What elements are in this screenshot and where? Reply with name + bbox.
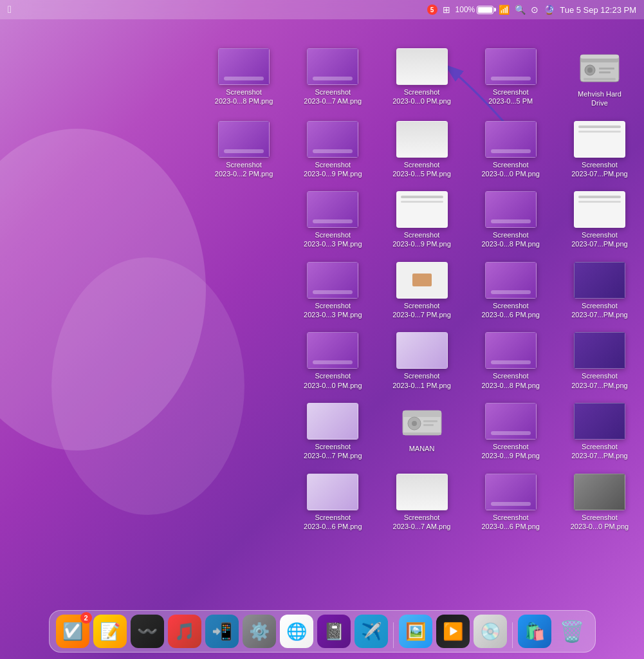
list-item[interactable]: Screenshot2023-0...9 PM.png — [466, 398, 555, 466]
music-icon: 🎵 — [174, 622, 195, 642]
list-item[interactable]: Screenshot2023-0...3 PM.png — [288, 257, 377, 325]
harddrive-thumbnail — [574, 48, 625, 89]
battery-indicator: 100% — [455, 5, 494, 14]
dock-app-chrome[interactable]: 🌐 — [280, 615, 313, 648]
screenshot-thumbnail — [574, 403, 625, 440]
list-item[interactable]: Screenshot2023-0...3 PM.png — [288, 186, 377, 254]
list-item[interactable]: Screenshot2023-0...0 PM.png — [288, 327, 377, 395]
dock-app-notes[interactable]: 📝 — [93, 615, 127, 648]
svg-rect-15 — [403, 432, 441, 435]
dock-app-preview[interactable]: 🖼️ — [399, 615, 432, 648]
svg-rect-3 — [580, 55, 619, 59]
screenshot-thumbnail — [396, 48, 448, 85]
list-item[interactable]: Screenshot2023-0...9 PM.png — [288, 116, 377, 184]
icon-row-3: Screenshot2023-0...3 PM.png Screenshot20… — [199, 185, 644, 255]
file-icon-label: Screenshot2023-0...8 PM.png — [215, 88, 273, 106]
list-item[interactable]: Screenshot2023-0...2 PM.png — [199, 116, 288, 184]
file-icon-label: Screenshot2023-0...7 AM.png — [393, 513, 451, 532]
list-item[interactable]: Screenshot2023-0...8 PM.png — [466, 186, 555, 254]
dock-separator-2 — [512, 622, 513, 648]
list-item[interactable]: Screenshot2023-0...7 AM.png — [377, 469, 466, 537]
screenshot-thumbnail — [485, 474, 537, 510]
list-item[interactable]: Screenshot2023-07...PM.png — [555, 398, 644, 466]
list-item[interactable]: Screenshot2023-0...7 AM.png — [288, 43, 377, 113]
dock-app-telegram[interactable]: ✈️ — [354, 615, 388, 648]
screenshot-thumbnail — [574, 191, 625, 228]
list-item[interactable]: Screenshot2023-07...PM.png — [555, 257, 644, 325]
dock-app-reminders[interactable]: ☑️ 2 — [56, 615, 89, 648]
dock-app-disk-utility[interactable]: 💿 — [474, 615, 507, 648]
screenshot-thumbnail — [485, 121, 537, 158]
dock-app-settings[interactable]: ⚙️ — [243, 615, 276, 648]
dock-app-infuse[interactable]: ▶️ — [436, 615, 470, 648]
list-item[interactable]: Screenshot2023-0...9 PM.png — [377, 186, 466, 254]
list-item[interactable]: Screenshot2023-0...1 PM.png — [377, 327, 466, 395]
screenshot-thumbnail — [396, 332, 448, 369]
dock-separator — [393, 622, 394, 648]
notes-icon: 📝 — [100, 622, 120, 642]
dock-app-music[interactable]: 🎵 — [168, 615, 201, 648]
svg-point-5 — [587, 68, 593, 73]
harddrive-icon[interactable]: Mehvish HardDrive — [555, 43, 644, 113]
icon-row-6: Screenshot2023-0...7 PM.png MANAN — [199, 396, 644, 467]
telegram-icon: ✈️ — [361, 622, 382, 642]
settings-icon: ⚙️ — [249, 622, 270, 642]
svg-rect-7 — [599, 71, 611, 73]
file-icon-label: Screenshot2023-0...7 AM.png — [304, 88, 362, 106]
screenshot-thumbnail — [307, 262, 358, 299]
screenshot-thumbnail — [396, 474, 448, 510]
list-item[interactable]: Screenshot2023-0...8 PM.png — [199, 43, 288, 113]
dock-app-onenote[interactable]: 📓 — [317, 615, 351, 648]
list-item[interactable]: Screenshot2023-0...5 PM.png — [377, 116, 466, 184]
dock-app-appstore[interactable]: 🛍️ — [518, 615, 551, 648]
mission-control-icon[interactable]: ⊞ — [443, 5, 450, 15]
dock-app-appstore-dev[interactable]: 📲 — [205, 615, 239, 648]
control-center-icon[interactable]: ⊙ — [531, 5, 538, 15]
infuse-icon: ▶️ — [443, 622, 463, 642]
desktop-icons-area: Screenshot2023-0...8 PM.png Screenshot20… — [199, 42, 644, 608]
battery-pct-label: 100% — [455, 5, 475, 14]
list-item[interactable]: Screenshot2023-0...7 PM.png — [288, 398, 377, 466]
file-icon-label: Screenshot2023-0...9 PM.png — [392, 230, 451, 249]
list-item[interactable]: Screenshot2023-0...0 PM.png — [377, 43, 466, 113]
list-item[interactable]: Screenshot2023-0...0 PM.png — [466, 116, 555, 184]
disk-utility-icon: 💿 — [480, 622, 501, 642]
screenshot-thumbnail — [485, 332, 537, 369]
list-item[interactable]: Screenshot2023-0...0 PM.png — [555, 469, 644, 537]
notification-badge[interactable]: 5 — [427, 5, 437, 15]
screenshot-thumbnail — [574, 262, 625, 299]
file-icon-label: Screenshot2023-07...PM.png — [571, 442, 627, 461]
apple-menu[interactable]:  — [8, 4, 12, 15]
dock-app-freeform[interactable]: 〰️ — [131, 615, 164, 648]
icon-row-5: Screenshot2023-0...0 PM.png Screenshot20… — [199, 326, 644, 396]
battery-icon — [477, 6, 493, 14]
icon-row-4: Screenshot2023-0...3 PM.png Screenshot20… — [199, 255, 644, 326]
wifi-icon[interactable]: 📶 — [499, 5, 510, 15]
siri-icon[interactable]: 🔮 — [544, 5, 555, 15]
list-item[interactable]: Screenshot2023-07...PM.png — [555, 116, 644, 184]
list-item[interactable]: Screenshot2023-0...8 PM.png — [466, 327, 555, 395]
list-item[interactable]: Screenshot2023-0...7 PM.png — [377, 257, 466, 325]
list-item[interactable]: Screenshot2023-07...PM.png — [555, 327, 644, 395]
reminders-icon: ☑️ — [62, 622, 83, 642]
file-icon-label: Screenshot2023-0...7 PM.png — [392, 301, 451, 320]
svg-rect-8 — [584, 78, 616, 80]
file-icon-label: Screenshot2023-0...0 PM.png — [481, 160, 540, 179]
file-icon-label: Screenshot2023-0...8 PM.png — [481, 371, 540, 390]
screenshot-thumbnail — [485, 262, 537, 299]
list-item[interactable]: Screenshot2023-0...5 PM — [466, 43, 555, 113]
icon-row-2: Screenshot2023-0...2 PM.png Screenshot20… — [199, 115, 644, 185]
screenshot-thumbnail — [307, 332, 358, 369]
menubar-left:  — [8, 4, 12, 15]
list-item[interactable]: Screenshot2023-0...6 PM.png — [466, 257, 555, 325]
list-item[interactable]: Screenshot2023-0...6 PM.png — [466, 469, 555, 537]
spotlight-icon[interactable]: 🔍 — [515, 5, 526, 15]
dock-app-trash[interactable]: 🗑️ — [555, 615, 589, 648]
list-item[interactable]: Screenshot2023-07...PM.png — [555, 186, 644, 254]
file-icon-label: Screenshot2023-0...8 PM.png — [481, 230, 540, 249]
file-icon-label: Screenshot2023-0...9 PM.png — [481, 442, 540, 461]
icon-row-1: Screenshot2023-0...8 PM.png Screenshot20… — [199, 42, 644, 115]
manan-disk-icon[interactable]: MANAN — [377, 398, 466, 466]
file-icon-label: Screenshot2023-0...1 PM.png — [392, 371, 451, 390]
list-item[interactable]: Screenshot2023-0...6 PM.png — [288, 469, 377, 537]
